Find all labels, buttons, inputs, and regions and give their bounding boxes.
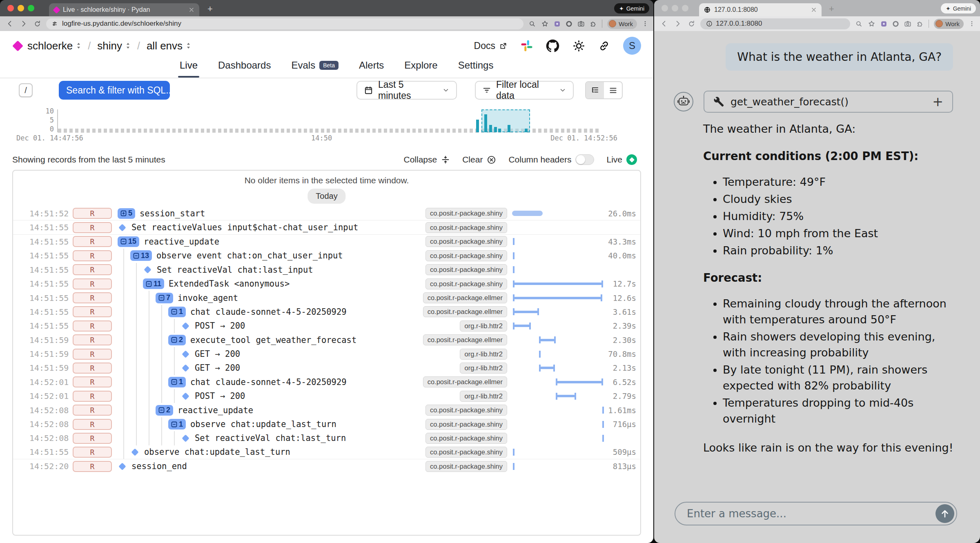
live-indicator[interactable]: Live — [606, 154, 637, 165]
trace-row[interactable]: 14:52:20Rsession_endco.posit.r-package.s… — [13, 459, 640, 473]
window-controls[interactable] — [7, 5, 34, 11]
site-info-icon[interactable] — [706, 20, 713, 27]
time-selection-region[interactable] — [481, 109, 530, 132]
browser-menu-icon[interactable] — [642, 20, 648, 27]
address-bar[interactable]: logfire-us.pydantic.dev/schloerke/shiny — [46, 18, 523, 29]
close-window-button[interactable] — [7, 5, 14, 11]
tab-evals[interactable]: EvalsBeta — [291, 60, 339, 78]
extension-ring-icon[interactable] — [566, 20, 572, 27]
expand-toggle[interactable]: 15 — [118, 236, 139, 247]
trace-row[interactable]: 14:51:55RSet reactiveValues input$chat-c… — [13, 220, 640, 234]
expand-toggle[interactable]: 7 — [156, 293, 173, 303]
filter-local-data-select[interactable]: Filter local data — [475, 81, 574, 100]
tab-settings[interactable]: Settings — [458, 60, 494, 78]
expand-toggle[interactable]: 11 — [143, 278, 164, 289]
project-switcher-icon[interactable] — [125, 42, 131, 50]
collapse-button[interactable]: Collapse — [403, 155, 450, 165]
forward-icon[interactable] — [674, 20, 682, 28]
trace-row[interactable]: 14:51:55R1chat claude-sonnet-4-5-2025092… — [13, 305, 640, 319]
time-range-select[interactable]: Last 5 minutes — [356, 81, 457, 100]
tab-live[interactable]: Live — [180, 60, 198, 78]
bookmark-icon[interactable] — [541, 20, 549, 28]
trace-row[interactable]: 14:51:55RPOST → 200org.r-lib.httr22.39s — [13, 319, 640, 333]
back-icon[interactable] — [6, 20, 14, 28]
extension-ring-icon[interactable] — [892, 20, 899, 27]
tab-dashboards[interactable]: Dashboards — [218, 60, 271, 78]
trace-row[interactable]: 14:52:08R1observe chat:update_last_turnc… — [13, 417, 640, 431]
today-button[interactable]: Today — [307, 189, 345, 204]
trace-row[interactable]: 14:51:55R13observe event chat:on_chat_us… — [13, 249, 640, 263]
forward-icon[interactable] — [20, 20, 28, 28]
chart-plot-area[interactable] — [58, 108, 638, 132]
browser-menu-icon[interactable] — [969, 20, 975, 27]
window-controls[interactable] — [662, 5, 688, 11]
trace-row[interactable]: 14:52:01RPOST → 200org.r-lib.httr22.79s — [13, 389, 640, 403]
trace-row[interactable]: 14:51:55R15reactive_updateco.posit.r-pac… — [13, 235, 640, 249]
browser-tab[interactable]: 127.0.0.1:8080 — [699, 3, 822, 16]
share-link-icon[interactable] — [598, 40, 610, 52]
expand-toggle[interactable]: 1 — [168, 419, 186, 430]
reload-icon[interactable] — [688, 20, 695, 28]
search-input[interactable]: Search & filter with SQL... — [59, 81, 170, 100]
profile-chip[interactable]: Work — [607, 19, 637, 29]
minimize-window-button[interactable] — [18, 5, 24, 11]
expand-toggle[interactable]: 5 — [118, 208, 135, 219]
tab-close-icon[interactable] — [189, 7, 194, 13]
site-settings-icon[interactable] — [52, 20, 59, 27]
address-bar[interactable]: 127.0.0.1:8080 — [700, 18, 850, 29]
toggle-off[interactable] — [575, 154, 594, 165]
expand-toggle[interactable]: 2 — [168, 335, 186, 345]
user-avatar[interactable]: S — [623, 37, 641, 55]
extensions-icon[interactable] — [590, 20, 597, 27]
gemini-button[interactable]: ✦Gemini — [941, 3, 976, 13]
extension-icon[interactable] — [554, 20, 561, 27]
browser-tab[interactable]: Live · schloerke/shiny · Pydan — [49, 3, 199, 16]
extensions-icon[interactable] — [916, 20, 924, 27]
tab-close-icon[interactable] — [811, 7, 817, 13]
tool-expand-button[interactable]: + — [932, 95, 943, 108]
maximize-window-button[interactable] — [28, 5, 34, 11]
tab-explore[interactable]: Explore — [404, 60, 437, 78]
minimize-window-button[interactable] — [672, 5, 678, 11]
column-headers-toggle[interactable]: Column headers — [508, 154, 594, 165]
trace-row[interactable]: 14:51:52R5session_startco.posit.r-packag… — [13, 207, 640, 220]
bookmark-icon[interactable] — [868, 20, 875, 28]
trace-row[interactable]: 14:52:01R1chat claude-sonnet-4-5-2025092… — [13, 375, 640, 389]
trace-row[interactable]: 14:51:55Robserve chat:update_last_turnco… — [13, 445, 640, 459]
trace-row[interactable]: 14:51:55R11ExtendedTask <anonymous>co.po… — [13, 277, 640, 291]
profile-chip[interactable]: Work — [934, 19, 964, 29]
expand-toggle[interactable]: 2 — [156, 405, 173, 416]
trace-row[interactable]: 14:51:55R7invoke_agentco.posit.r-package… — [13, 291, 640, 305]
extension-icon[interactable] — [880, 20, 887, 27]
close-window-button[interactable] — [662, 5, 668, 11]
env-switcher-icon[interactable] — [186, 42, 191, 50]
tree-view-button[interactable] — [586, 82, 604, 98]
records-timeline-chart[interactable]: 10 5 0 Dec 01. 14:47:56 14:50 Dec 01. 14… — [0, 108, 653, 145]
org-switcher-icon[interactable] — [76, 42, 81, 50]
reload-icon[interactable] — [33, 20, 41, 28]
trace-row[interactable]: 14:51:59R2execute_tool get_weather_forec… — [13, 333, 640, 347]
trace-row[interactable]: 14:51:59RGET → 200org.r-lib.httr270.8ms — [13, 347, 640, 361]
expand-toggle[interactable]: 13 — [130, 250, 152, 261]
camera-extension-icon[interactable] — [904, 20, 911, 27]
breadcrumb-project[interactable]: shiny — [97, 40, 131, 52]
new-tab-button[interactable]: + — [207, 4, 213, 13]
trace-row[interactable]: 14:51:55RSet reactiveVal chat:last_input… — [13, 263, 640, 277]
breadcrumb-env[interactable]: all envs — [147, 40, 191, 52]
maximize-window-button[interactable] — [682, 5, 688, 11]
docs-link[interactable]: Docs — [474, 40, 508, 51]
clear-button[interactable]: Clear — [462, 155, 496, 165]
gemini-button[interactable]: ✦Gemini — [614, 3, 649, 13]
theme-toggle-icon[interactable] — [572, 40, 585, 52]
send-button[interactable] — [935, 504, 954, 523]
back-icon[interactable] — [660, 20, 668, 28]
breadcrumb-org[interactable]: schloerke — [27, 40, 81, 52]
zoom-icon[interactable] — [855, 20, 863, 28]
camera-extension-icon[interactable] — [577, 20, 585, 27]
github-icon[interactable] — [546, 39, 559, 53]
list-view-button[interactable] — [604, 82, 622, 98]
message-input[interactable] — [675, 507, 935, 520]
trace-row[interactable]: 14:52:08RSet reactiveVal chat:last_turnc… — [13, 431, 640, 445]
trace-row[interactable]: 14:52:08R2reactive_updateco.posit.r-pack… — [13, 403, 640, 417]
slack-icon[interactable] — [521, 40, 533, 52]
